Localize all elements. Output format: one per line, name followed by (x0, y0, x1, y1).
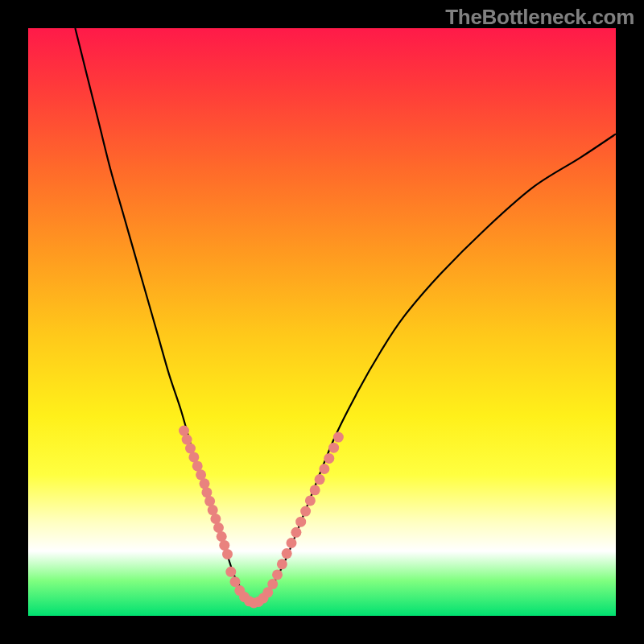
data-dot (328, 443, 339, 453)
data-dot (192, 460, 203, 471)
data-dot (196, 469, 206, 480)
chart-container: { "watermark": "TheBottleneck.com", "cha… (0, 0, 644, 644)
data-dot (188, 452, 199, 462)
data-dot (287, 538, 297, 548)
data-dots (179, 426, 344, 609)
bottleneck-curve (75, 28, 616, 605)
data-dot (204, 496, 215, 506)
data-dot (315, 474, 325, 485)
data-dot (208, 505, 218, 515)
data-dot (230, 576, 241, 587)
data-dot (258, 593, 269, 604)
data-dot (217, 531, 227, 542)
data-dot (210, 514, 221, 524)
data-dot (282, 548, 292, 559)
data-dot (222, 549, 233, 559)
data-dot (213, 522, 224, 533)
data-dot (225, 567, 236, 577)
data-dot (324, 453, 334, 464)
data-dot (300, 506, 311, 517)
data-dot (291, 527, 301, 538)
data-dot (305, 495, 316, 506)
data-dot (249, 597, 259, 608)
data-dot (179, 426, 189, 436)
data-dot (267, 579, 278, 589)
data-dot (200, 478, 210, 489)
data-dot (185, 444, 196, 454)
data-dot (219, 540, 229, 551)
data-dot (254, 597, 264, 607)
plot-area (28, 28, 616, 616)
data-dot (333, 432, 344, 443)
data-dot (234, 585, 245, 596)
chart-svg (28, 28, 616, 616)
data-dot (201, 487, 212, 497)
watermark-text: TheBottleneck.com (445, 5, 634, 30)
data-dot (262, 587, 273, 597)
data-dot (244, 596, 254, 606)
data-dot (295, 517, 306, 527)
data-dot (310, 485, 320, 495)
data-dot (239, 592, 250, 602)
data-dot (272, 569, 283, 580)
data-dot (319, 464, 329, 474)
data-dot (182, 435, 192, 445)
data-dot (277, 559, 287, 569)
